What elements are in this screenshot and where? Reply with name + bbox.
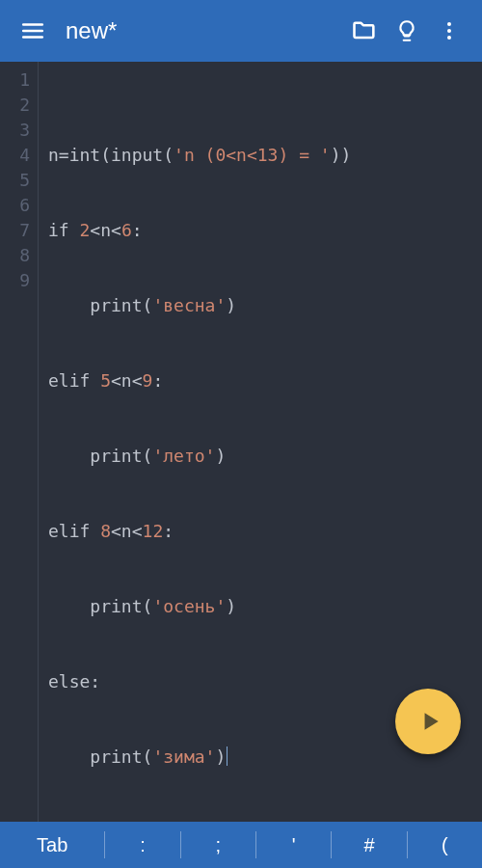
key-colon[interactable]: :	[105, 822, 179, 868]
more-vert-icon	[438, 19, 461, 42]
line-number: 2	[0, 93, 38, 118]
app-bar: new*	[0, 0, 482, 62]
key-quote[interactable]: '	[256, 822, 331, 868]
line-number: 1	[0, 68, 38, 93]
line-number: 7	[0, 218, 38, 243]
key-tab[interactable]: Tab	[0, 822, 104, 868]
line-number-gutter: 1 2 3 4 5 6 7 8 9	[0, 62, 39, 822]
line-number: 3	[0, 118, 38, 143]
folder-outline-icon	[351, 17, 378, 44]
line-number: 8	[0, 243, 38, 268]
line-number: 6	[0, 193, 38, 218]
code-editor[interactable]: 1 2 3 4 5 6 7 8 9 n=int(input('n (0<n<13…	[0, 62, 482, 822]
document-title: new*	[66, 17, 343, 44]
menu-button[interactable]	[12, 10, 54, 52]
tips-button[interactable]	[386, 10, 428, 52]
lightbulb-outline-icon	[394, 18, 419, 43]
code-line[interactable]: print('лето')	[48, 444, 482, 469]
code-line[interactable]: print('осень')	[48, 594, 482, 619]
code-line[interactable]: elif 5<n<9:	[48, 368, 482, 393]
shortcut-key-row: Tab : ; ' # (	[0, 822, 482, 868]
run-button[interactable]	[395, 689, 461, 754]
key-semicolon[interactable]: ;	[181, 822, 255, 868]
line-number: 9	[0, 268, 38, 293]
code-line[interactable]: elif 8<n<12:	[48, 519, 482, 544]
code-line[interactable]: if 2<n<6:	[48, 218, 482, 243]
open-folder-button[interactable]	[343, 10, 386, 52]
key-paren[interactable]: (	[408, 822, 482, 868]
svg-point-4	[447, 29, 451, 33]
code-line[interactable]: print('весна')	[48, 293, 482, 318]
svg-point-5	[447, 36, 451, 40]
key-hash[interactable]: #	[332, 822, 406, 868]
play-icon	[417, 709, 442, 734]
line-number: 4	[0, 143, 38, 168]
overflow-menu-button[interactable]	[428, 10, 470, 52]
line-number: 5	[0, 168, 38, 193]
svg-point-3	[447, 22, 451, 26]
code-line[interactable]: n=int(input('n (0<n<13) = '))	[48, 143, 482, 168]
menu-icon	[20, 18, 45, 43]
